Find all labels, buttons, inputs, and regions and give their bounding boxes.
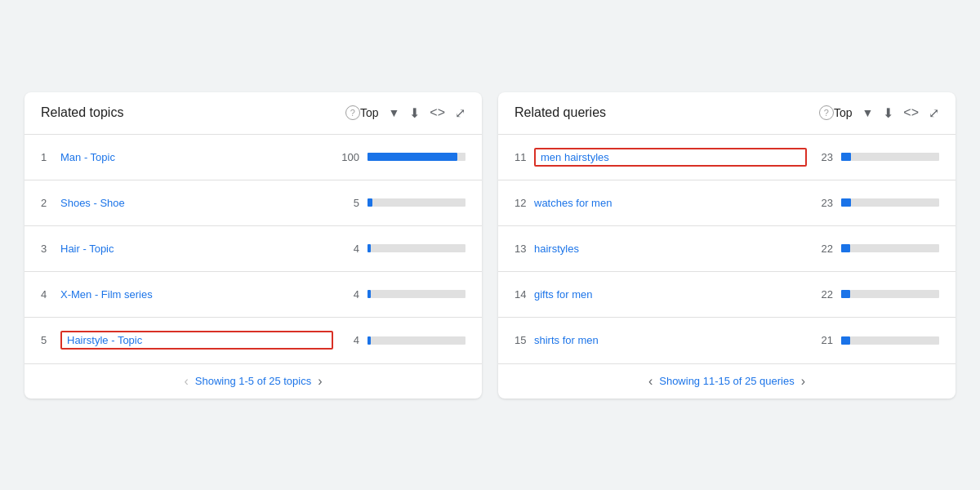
row-label[interactable]: watches for men [534, 197, 807, 209]
left-top-label: Top [360, 106, 379, 119]
row-number: 14 [514, 288, 534, 301]
left-footer: ‹ Showing 1-5 of 25 topics › [24, 363, 482, 399]
row-value: 5 [333, 197, 359, 209]
bar-bg [851, 198, 939, 207]
row-number: 2 [41, 197, 60, 209]
bar-bg [850, 290, 939, 298]
row-number: 11 [514, 151, 534, 163]
row-number: 4 [41, 288, 60, 301]
left-download-icon[interactable]: ⬇ [409, 105, 420, 121]
related-queries-card: Related queries ? Top ▼ ⬇ <> ⤢ 11 men ha… [498, 92, 956, 399]
right-footer-text: Showing 11-15 of 25 queries [659, 375, 795, 387]
bar-fill [841, 290, 850, 298]
right-next-arrow[interactable]: › [801, 374, 805, 389]
left-share-icon[interactable]: ⤢ [455, 105, 466, 121]
bar-container [368, 336, 466, 345]
row-number: 3 [41, 243, 60, 255]
right-dropdown-icon[interactable]: ▼ [862, 106, 873, 119]
table-row: 15 shirts for men 21 [498, 318, 956, 363]
left-code-icon[interactable]: <> [430, 105, 445, 120]
row-number: 5 [41, 334, 60, 346]
row-label[interactable]: shirts for men [534, 334, 807, 346]
row-label[interactable]: Shoes - Shoe [60, 197, 333, 209]
row-label[interactable]: hairstyles [534, 243, 807, 255]
bar-bg [850, 336, 939, 345]
bar-container [841, 244, 939, 252]
right-top-label: Top [834, 106, 853, 119]
bar-bg [372, 198, 466, 207]
bar-fill [841, 198, 851, 207]
table-row: 13 hairstyles 22 [498, 226, 956, 272]
row-value: 100 [333, 151, 359, 163]
row-value: 22 [807, 288, 833, 301]
right-prev-arrow[interactable]: ‹ [648, 374, 653, 389]
related-topics-card: Related topics ? Top ▼ ⬇ <> ⤢ 1 Man - To… [24, 92, 482, 399]
table-row: 2 Shoes - Shoe 5 [24, 180, 482, 226]
bar-fill [841, 244, 850, 252]
row-value: 4 [333, 243, 359, 255]
bar-bg [371, 336, 466, 345]
row-value: 23 [807, 151, 833, 163]
row-label[interactable]: men hairstyles [534, 148, 807, 167]
table-row: 5 Hairstyle - Topic 4 [24, 318, 482, 363]
table-row: 1 Man - Topic 100 [24, 135, 482, 180]
right-header: Related queries ? Top ▼ ⬇ <> ⤢ [498, 92, 956, 135]
row-value: 4 [333, 288, 359, 301]
left-title: Related topics [41, 105, 341, 120]
bar-bg [371, 290, 466, 298]
table-row: 4 X-Men - Film series 4 [24, 272, 482, 318]
left-header-right: Top ▼ ⬇ <> ⤢ [360, 105, 466, 121]
left-rows: 1 Man - Topic 100 2 Shoes - Shoe 5 3 Hai… [24, 135, 482, 363]
bar-fill [841, 153, 851, 161]
bar-bg [457, 153, 466, 161]
table-row: 3 Hair - Topic 4 [24, 226, 482, 272]
left-header: Related topics ? Top ▼ ⬇ <> ⤢ [24, 92, 482, 135]
row-value: 4 [333, 334, 359, 346]
table-row: 11 men hairstyles 23 [498, 135, 956, 180]
right-code-icon[interactable]: <> [903, 105, 919, 120]
bar-fill [368, 153, 457, 161]
bar-fill [841, 336, 850, 345]
row-number: 13 [514, 243, 534, 255]
left-prev-arrow[interactable]: ‹ [184, 374, 188, 389]
bar-bg [850, 244, 939, 252]
right-share-icon[interactable]: ⤢ [929, 105, 939, 121]
main-container: Related topics ? Top ▼ ⬇ <> ⤢ 1 Man - To… [0, 60, 980, 431]
bar-bg [851, 153, 939, 161]
right-footer: ‹ Showing 11-15 of 25 queries › [498, 363, 956, 399]
row-number: 1 [41, 151, 60, 163]
right-rows: 11 men hairstyles 23 12 watches for men … [498, 135, 956, 363]
row-number: 12 [514, 197, 534, 209]
row-value: 22 [807, 243, 833, 255]
row-number: 15 [514, 334, 534, 346]
bar-container [368, 290, 466, 298]
right-help-icon[interactable]: ? [819, 105, 834, 120]
row-value: 23 [807, 197, 833, 209]
row-label[interactable]: Hair - Topic [60, 243, 333, 255]
row-value: 21 [807, 334, 833, 346]
bar-container [368, 244, 466, 252]
row-label[interactable]: Hairstyle - Topic [60, 331, 333, 350]
bar-bg [371, 244, 466, 252]
bar-container [368, 153, 466, 161]
row-label[interactable]: gifts for men [534, 288, 807, 301]
left-footer-text: Showing 1-5 of 25 topics [195, 375, 311, 387]
bar-container [841, 336, 939, 345]
row-label[interactable]: X-Men - Film series [60, 288, 333, 301]
table-row: 14 gifts for men 22 [498, 272, 956, 318]
left-help-icon[interactable]: ? [345, 105, 360, 120]
bar-container [841, 290, 939, 298]
row-label[interactable]: Man - Topic [60, 151, 333, 163]
left-next-arrow[interactable]: › [318, 374, 322, 389]
table-row: 12 watches for men 23 [498, 180, 956, 226]
right-download-icon[interactable]: ⬇ [883, 105, 893, 121]
right-header-right: Top ▼ ⬇ <> ⤢ [834, 105, 939, 121]
bar-container [368, 198, 466, 207]
bar-container [841, 198, 939, 207]
left-dropdown-icon[interactable]: ▼ [388, 106, 399, 119]
right-title: Related queries [514, 105, 814, 120]
bar-container [841, 153, 939, 161]
